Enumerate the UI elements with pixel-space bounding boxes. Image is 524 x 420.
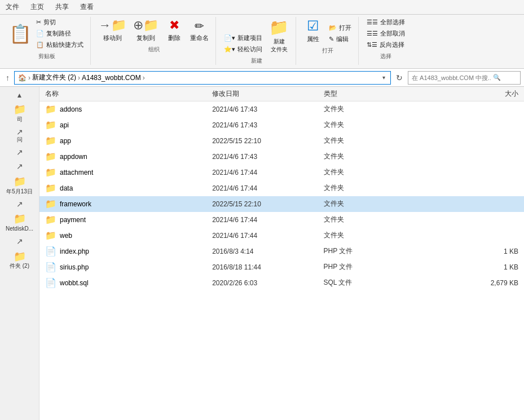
header-name[interactable]: 名称 <box>45 89 212 99</box>
file-name-6: 📁framework <box>45 198 212 209</box>
folder-icon: 📁 <box>45 230 56 241</box>
file-date-4: 2021/4/6 17:44 <box>212 169 323 176</box>
easy-access-button[interactable]: ⭐▾ 轻松访问 <box>222 44 265 55</box>
file-item-3[interactable]: 📁appdown2021/4/6 17:43文件夹 <box>39 149 524 165</box>
new-item-icon: 📄▾ <box>224 34 235 42</box>
file-item-1[interactable]: 📁api2021/4/6 17:43文件夹 <box>39 117 524 133</box>
addr-part-1[interactable]: 新建文件夹 (2) <box>32 73 76 82</box>
folder-icon: 📁 <box>45 135 56 146</box>
edit-button[interactable]: ✎ 编辑 <box>327 34 354 45</box>
file-name-1: 📁api <box>45 120 212 130</box>
rename-button[interactable]: ✏ 重命名 <box>188 18 211 43</box>
sidebar-item-6[interactable]: 📁 NetdiskD... <box>0 211 39 235</box>
file-type-6: 文件夹 <box>324 199 435 209</box>
select-group: ☰☰ 全部选择 ☰☰ 全部取消 ⇅☰ 反向选择 选择 <box>360 17 412 65</box>
properties-icon: ☑ <box>307 18 319 34</box>
sidebar-label-8: 件夹 (2) <box>10 263 29 269</box>
main-layout: ▲ 📁 司 ↗ 问 ↗ ↗ 📁 年5月13日 ↗ 📁 NetdiskD... ↗ <box>0 87 524 420</box>
invert-selection-button[interactable]: ⇅☰ 反向选择 <box>364 39 407 50</box>
sidebar-item-1[interactable]: ↗ 问 <box>0 125 39 146</box>
sidebar-scroll-up[interactable]: ▲ <box>0 89 39 101</box>
sidebar-label-2: ↗ <box>16 148 23 157</box>
nav-up-button[interactable]: ↑ <box>3 72 12 83</box>
file-item-10[interactable]: 📄sirius.php2016/8/18 11:44PHP 文件1 KB <box>39 259 524 275</box>
file-date-5: 2021/4/6 17:44 <box>212 184 323 192</box>
search-icon[interactable]: 🔍 <box>493 74 501 81</box>
file-name-4: 📁attachment <box>45 167 212 178</box>
copy-to-button[interactable]: ⊕📁 复制到 <box>131 17 161 43</box>
file-item-4[interactable]: 📁attachment2021/4/6 17:44文件夹 <box>39 165 524 180</box>
folder-icon: 📁 <box>45 104 56 114</box>
file-item-11[interactable]: 📄wobbt.sql2020/2/26 6:03SQL 文件2,679 KB <box>39 275 524 291</box>
edit-icon: ✎ <box>329 36 334 43</box>
search-input[interactable] <box>412 74 491 81</box>
cut-button[interactable]: ✂ 剪切 <box>34 17 86 28</box>
copy-path-icon: 📄 <box>36 30 44 37</box>
ribbon: 📋 ✂ 剪切 📄 复制路径 📋 粘贴快捷方式 剪贴 <box>0 15 524 69</box>
file-date-11: 2020/2/26 6:03 <box>212 279 323 287</box>
new-group: 📄▾ 新建项目 ⭐▾ 轻松访问 📁 新建 文件夹 新建 <box>217 17 296 65</box>
addr-part-2[interactable]: A1483_wobbt.COM <box>82 74 141 82</box>
new-folder-button[interactable]: 📁 新建 文件夹 <box>267 17 291 55</box>
address-bar: ↑ 🏠 › 新建文件夹 (2) › A1483_wobbt.COM › ▾ ↻ … <box>0 69 524 87</box>
paste-button[interactable]: 📋 <box>8 22 33 46</box>
sidebar-item-3[interactable]: ↗ <box>0 160 39 174</box>
refresh-button[interactable]: ↻ <box>393 72 406 83</box>
properties-button[interactable]: ☑ 属性 <box>302 17 324 45</box>
address-path[interactable]: 🏠 › 新建文件夹 (2) › A1483_wobbt.COM › ▾ <box>14 71 391 85</box>
new-item-button[interactable]: 📄▾ 新建项目 <box>222 33 265 43</box>
scroll-up-arrow[interactable]: ▲ <box>15 90 24 100</box>
sidebar: ▲ 📁 司 ↗ 问 ↗ ↗ 📁 年5月13日 ↗ 📁 NetdiskD... ↗ <box>0 87 39 420</box>
folder-icon: 📁 <box>45 198 56 209</box>
sidebar-item-0[interactable]: 📁 司 <box>0 101 39 125</box>
select-all-icon: ☰☰ <box>367 19 378 26</box>
search-box[interactable]: 🔍 <box>408 71 521 85</box>
paste-shortcut-button[interactable]: 📋 粘贴快捷方式 <box>34 39 86 50</box>
folder-icon: 📁 <box>45 120 56 130</box>
sidebar-item-7[interactable]: ↗ <box>0 235 39 249</box>
tab-view[interactable]: 查看 <box>78 1 96 13</box>
delete-button[interactable]: ✖ 删除 <box>163 17 186 43</box>
folder-icon: 📁 <box>45 151 56 162</box>
file-item-0[interactable]: 📁addons2021/4/6 17:43文件夹 <box>39 101 524 117</box>
header-date[interactable]: 修改日期 <box>212 89 323 99</box>
header-size[interactable]: 大小 <box>435 89 518 99</box>
file-name-10: 📄sirius.php <box>45 262 212 272</box>
sidebar-scroll-down[interactable]: ▼ <box>0 415 39 420</box>
sidebar-item-5[interactable]: ↗ <box>0 197 39 211</box>
tab-file[interactable]: 文件 <box>3 1 21 13</box>
file-list: 名称 修改日期 类型 大小 📁addons2021/4/6 17:43文件夹📁a… <box>39 87 524 420</box>
folder-icon: 📁 <box>45 183 56 193</box>
file-date-3: 2021/4/6 17:43 <box>212 153 323 161</box>
folder-icon: 📁 <box>45 167 56 178</box>
tab-share[interactable]: 共享 <box>53 1 71 13</box>
file-item-9[interactable]: 📄index.php2016/8/3 4:14PHP 文件1 KB <box>39 244 524 259</box>
move-to-button[interactable]: →📁 移动到 <box>96 17 129 43</box>
header-type[interactable]: 类型 <box>324 89 435 99</box>
addr-dropdown-btn[interactable]: ▾ <box>381 74 387 81</box>
sidebar-item-8[interactable]: 📁 件夹 (2) <box>0 249 39 272</box>
sidebar-label-1b: 问 <box>17 136 23 143</box>
file-item-7[interactable]: 📁payment2021/4/6 17:44文件夹 <box>39 212 524 228</box>
sidebar-item-4[interactable]: 📁 年5月13日 <box>0 174 39 197</box>
file-item-5[interactable]: 📁data2021/4/6 17:44文件夹 <box>39 180 524 196</box>
file-type-4: 文件夹 <box>324 167 435 177</box>
sidebar-label-6: NetdiskD... <box>6 226 33 232</box>
file-item-6[interactable]: 📁framework2022/5/15 22:10文件夹 <box>39 196 524 212</box>
scroll-down-arrow[interactable]: ▼ <box>15 417 24 420</box>
file-icon: 📄 <box>45 262 56 272</box>
file-name-9: 📄index.php <box>45 246 212 257</box>
file-item-8[interactable]: 📁web2021/4/6 17:44文件夹 <box>39 228 524 244</box>
easy-access-icon: ⭐▾ <box>224 46 235 53</box>
copy-path-button[interactable]: 📄 复制路径 <box>34 28 86 39</box>
rename-icon: ✏ <box>195 19 204 33</box>
new-folder-icon: 📁 <box>269 18 289 37</box>
open-button[interactable]: 📂 打开 <box>327 23 354 33</box>
file-name-2: 📁app <box>45 135 212 146</box>
file-item-2[interactable]: 📁app2022/5/15 22:10文件夹 <box>39 133 524 149</box>
deselect-button[interactable]: ☰☰ 全部取消 <box>364 28 407 39</box>
select-all-button[interactable]: ☰☰ 全部选择 <box>364 17 407 28</box>
file-size-11: 2,679 KB <box>435 279 518 287</box>
sidebar-item-2[interactable]: ↗ <box>0 145 39 160</box>
tab-home[interactable]: 主页 <box>28 1 46 13</box>
